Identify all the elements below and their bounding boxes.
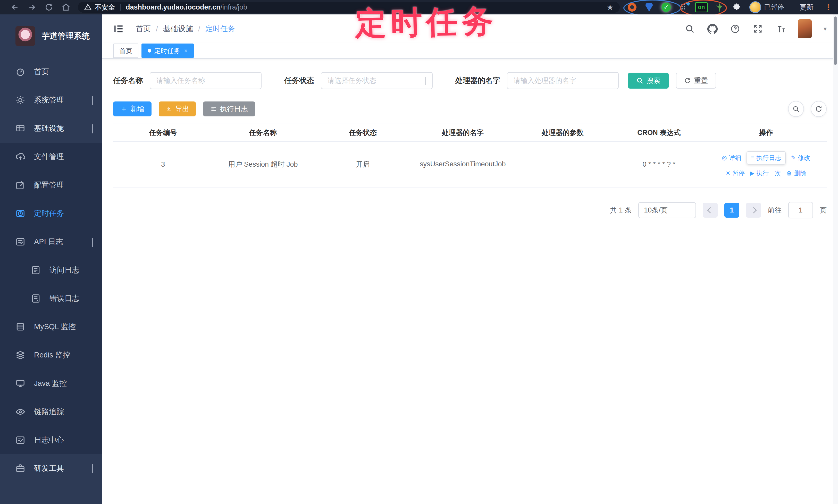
bookmark-star-icon[interactable]: ★ <box>607 3 614 12</box>
chevron-up-icon <box>92 124 93 133</box>
scrollbar-thumb[interactable] <box>834 17 837 65</box>
warning-icon <box>84 3 92 11</box>
chevron-down-icon <box>92 464 93 473</box>
browser-profile-chip[interactable]: 已暂停 <box>749 1 789 13</box>
extension-grid-icon[interactable]: ⠿◆ <box>678 2 688 12</box>
sidebar-item-infra[interactable]: 基础设施 <box>0 114 102 143</box>
sidebar-submenu-infra: 文件管理 配置管理 定时任务 API 日志 <box>0 143 102 454</box>
window-scrollbar[interactable] <box>833 14 838 504</box>
tab-scheduled-job[interactable]: 定时任务 × <box>141 43 194 58</box>
caret-down-icon[interactable]: ▾ <box>824 25 827 33</box>
next-page-button[interactable] <box>746 203 761 218</box>
search-button[interactable]: 搜索 <box>628 73 669 89</box>
close-icon: ✕ <box>726 170 730 177</box>
delete-link[interactable]: 删除 <box>786 169 806 177</box>
goto-label: 前往 <box>768 205 782 215</box>
chrome-update-button[interactable]: 更新 <box>796 2 818 13</box>
extensions-puzzle-icon[interactable] <box>732 2 742 12</box>
tags-view-bar: 首页 定时任务 × <box>102 43 838 59</box>
briefcase-icon <box>15 464 25 473</box>
extension-green-check-icon[interactable]: ✓ <box>661 2 671 12</box>
monitor-icon <box>15 379 25 389</box>
sidebar-item-redis-monitor[interactable]: Redis 监控 <box>0 341 102 369</box>
sidebar-item-file-manage[interactable]: 文件管理 <box>0 143 102 171</box>
cell-job-name: 用户 Session 超时 Job <box>213 160 313 169</box>
extension-plant-icon[interactable] <box>715 2 725 12</box>
export-button[interactable]: 导出 <box>159 102 196 116</box>
user-avatar[interactable] <box>798 19 812 38</box>
layers-icon <box>15 350 25 360</box>
fullscreen-icon[interactable] <box>752 23 763 34</box>
sidebar-item-log-center[interactable]: 日志中心 <box>0 426 102 454</box>
play-icon: ▶ <box>750 170 754 177</box>
back-icon[interactable] <box>9 2 21 13</box>
breadcrumb: 首页 / 基础设施 / 定时任务 <box>136 24 235 34</box>
reload-icon[interactable] <box>43 2 55 13</box>
plus-icon: ＋ <box>120 104 127 113</box>
sidebar-item-home[interactable]: 首页 <box>0 58 102 86</box>
sidebar-item-java-monitor[interactable]: Java 监控 <box>0 369 102 398</box>
sidebar-item-trace[interactable]: 链路追踪 <box>0 398 102 426</box>
edit-link[interactable]: ✎ 修改 <box>791 154 810 162</box>
extensions-area: ✓ ⠿◆ on 已暂停 更新 ⋮ <box>627 0 833 14</box>
address-bar[interactable]: 不安全 dashboard.yudao.iocoder.cn/infra/job… <box>78 2 620 13</box>
download-icon <box>165 106 172 112</box>
api-log-icon <box>15 237 25 247</box>
sidebar-item-scheduled-job[interactable]: 定时任务 <box>0 199 102 228</box>
add-button[interactable]: ＋ 新增 <box>113 102 152 116</box>
job-log-link[interactable]: ≡ 执行日志 <box>747 151 786 165</box>
timer-icon <box>15 209 25 218</box>
github-icon[interactable] <box>707 23 718 34</box>
cloud-upload-icon <box>15 152 25 162</box>
home-icon[interactable] <box>60 2 72 13</box>
breadcrumb-infra[interactable]: 基础设施 <box>163 24 193 34</box>
infrastructure-icon <box>15 124 25 133</box>
pagination: 共 1 条 10条/页 1 前往 页 <box>113 202 827 218</box>
app-logo-block[interactable]: 芋道管理系统 <box>0 14 102 58</box>
sidebar-item-access-log[interactable]: 访问日志 <box>0 256 102 284</box>
run-once-link[interactable]: ▶ 执行一次 <box>750 169 781 177</box>
close-tab-icon[interactable]: × <box>184 48 188 54</box>
error-log-icon <box>31 293 41 303</box>
tab-home[interactable]: 首页 <box>113 43 138 58</box>
detail-link[interactable]: ◎ 详细 <box>722 154 741 162</box>
collapse-sidebar-icon[interactable] <box>113 23 124 35</box>
prev-page-button[interactable] <box>703 203 718 218</box>
reset-button[interactable]: 重置 <box>676 73 716 89</box>
sidebar-item-system[interactable]: 系统管理 <box>0 86 102 114</box>
cell-job-status: 开启 <box>313 160 413 169</box>
chevron-down-icon <box>425 77 426 85</box>
help-icon[interactable] <box>730 23 740 34</box>
handler-name-input[interactable] <box>507 72 619 89</box>
task-status-select[interactable]: 请选择任务状态 <box>321 72 433 89</box>
sidebar-item-error-log[interactable]: 错误日志 <box>0 284 102 313</box>
sidebar-item-mysql-monitor[interactable]: MySQL 监控 <box>0 313 102 341</box>
breadcrumb-home[interactable]: 首页 <box>136 24 151 34</box>
sidebar-item-config-manage[interactable]: 配置管理 <box>0 171 102 199</box>
browser-menu-icon[interactable]: ⋮ <box>824 2 833 12</box>
task-name-input[interactable] <box>150 72 262 89</box>
header-actions: ▾ <box>684 19 827 38</box>
refresh-table-icon[interactable] <box>811 101 827 117</box>
goto-page-input[interactable] <box>788 202 813 218</box>
database-icon <box>15 322 25 332</box>
sidebar-item-dev-tools[interactable]: 研发工具 <box>0 454 102 483</box>
log-icon <box>210 106 217 112</box>
forward-icon[interactable] <box>26 2 38 13</box>
sidebar-item-api-log[interactable]: API 日志 <box>0 228 102 256</box>
extension-orange-icon[interactable] <box>627 2 637 12</box>
extension-blue-icon[interactable] <box>644 2 654 12</box>
font-size-icon[interactable] <box>775 23 786 34</box>
dashboard-icon <box>15 67 25 77</box>
pause-link[interactable]: ✕ 暂停 <box>726 169 745 177</box>
search-icon[interactable] <box>684 23 695 34</box>
task-name-label: 任务名称 <box>113 75 143 86</box>
page-size-select[interactable]: 10条/页 <box>638 202 696 218</box>
toggle-search-icon[interactable] <box>788 101 804 117</box>
extension-on-badge-icon[interactable]: on <box>695 2 708 12</box>
table-tools <box>788 101 827 117</box>
exec-log-button[interactable]: 执行日志 <box>203 102 255 116</box>
current-page-button[interactable]: 1 <box>724 203 739 218</box>
profile-avatar-icon <box>750 2 761 12</box>
log-icon: ≡ <box>751 155 754 161</box>
